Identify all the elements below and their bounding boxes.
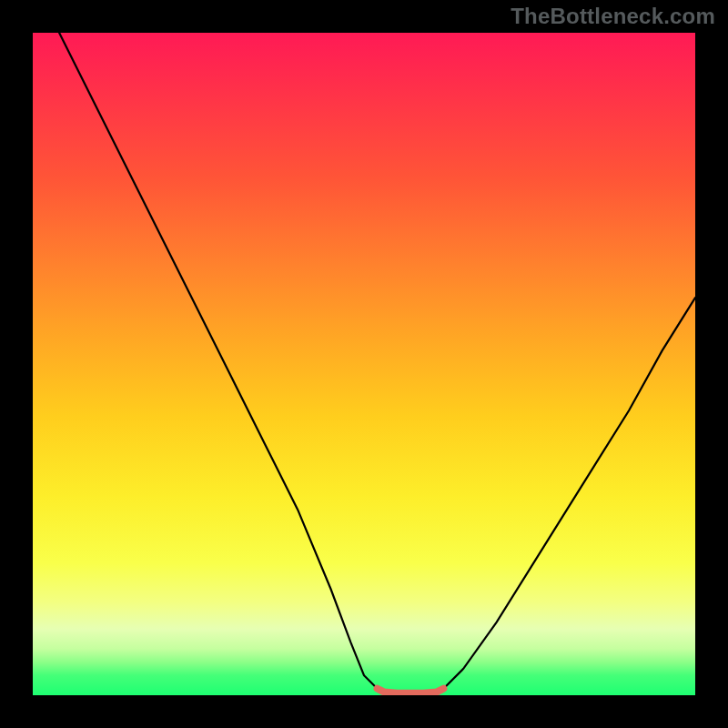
curve-valley-highlight — [378, 689, 444, 693]
chart-frame: TheBottleneck.com — [0, 0, 728, 728]
plot-area — [33, 33, 695, 695]
watermark-text: TheBottleneck.com — [511, 4, 715, 29]
curve-left-branch — [59, 33, 378, 689]
curve-layer — [33, 33, 695, 695]
curve-right-branch — [443, 298, 695, 689]
